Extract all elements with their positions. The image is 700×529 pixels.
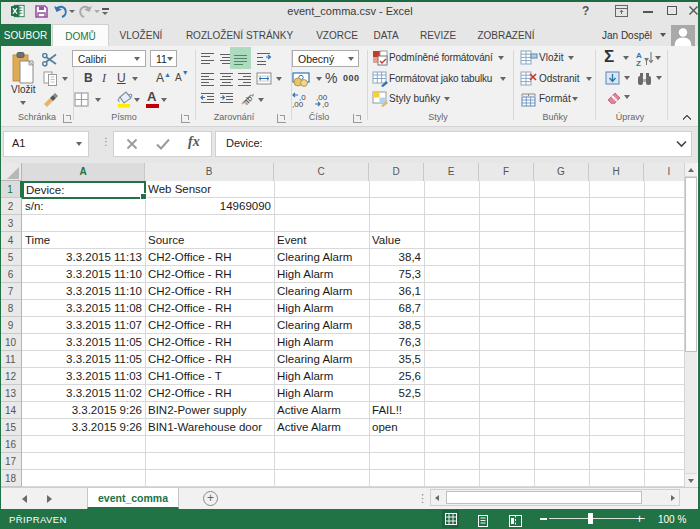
svg-text:,00: ,00 (292, 100, 304, 108)
svg-text:Z: Z (636, 59, 641, 67)
svg-text:,0: ,0 (322, 100, 329, 108)
